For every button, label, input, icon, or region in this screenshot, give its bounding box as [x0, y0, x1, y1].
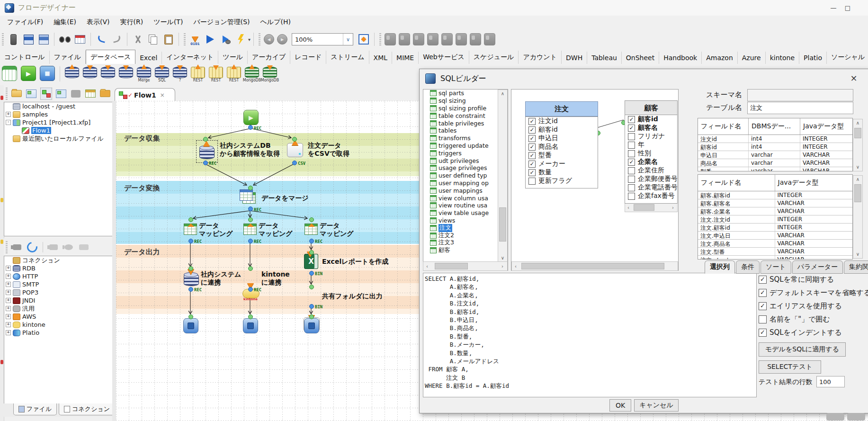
scroll-down-icon[interactable]: ∨	[853, 163, 862, 171]
column-header[interactable]: フィールド名	[698, 175, 775, 191]
palette-tab[interactable]: DWH	[562, 52, 587, 64]
tree-expander[interactable]: +	[6, 282, 11, 287]
palette-tab[interactable]: データベース	[86, 50, 135, 64]
cut-icon[interactable]	[132, 33, 144, 45]
table-tree-item[interactable]: sql parts	[423, 90, 508, 97]
field-row[interactable]: ✓ 数量	[526, 168, 598, 177]
tree-item[interactable]: Flow1	[4, 126, 112, 134]
sql-option-row[interactable]: ✓ SQLをインデントする	[759, 326, 868, 339]
tree-expander[interactable]: +	[6, 330, 11, 335]
ok-button[interactable]: OK	[609, 399, 631, 412]
field-row[interactable]: ✓ 企業住所	[625, 166, 677, 175]
menu-item[interactable]: 表示(V)	[81, 16, 115, 29]
save-as-icon[interactable]	[37, 33, 50, 45]
field-row[interactable]: ✓ 年	[625, 141, 677, 149]
table-component-icon[interactable]	[2, 66, 17, 81]
end-node[interactable]	[183, 318, 198, 333]
palette-component[interactable]	[117, 65, 135, 82]
output-port[interactable]	[248, 287, 253, 292]
flow-tab-close-icon[interactable]: ×	[160, 92, 165, 99]
field-checkbox[interactable]: ✓	[628, 159, 635, 166]
fit-zoom-icon[interactable]	[358, 33, 370, 45]
menu-item[interactable]: ファイル(F)	[2, 16, 48, 29]
palette-tab[interactable]: Handbook	[659, 52, 702, 64]
input-port[interactable]	[292, 137, 297, 142]
column-header[interactable]: Javaデータ型	[775, 175, 852, 191]
table-tree-item[interactable]: 注文3	[423, 239, 508, 247]
field-row[interactable]: ✓ 性別	[625, 149, 677, 158]
forward-icon[interactable]: ▶	[277, 34, 287, 45]
connection-icon[interactable]	[11, 242, 23, 253]
field-row[interactable]: ✓ 注文id	[526, 117, 598, 125]
palette-component[interactable]	[81, 65, 99, 82]
explorer-tab[interactable]: コネクション	[59, 403, 115, 415]
field-checkbox[interactable]: ✓	[528, 143, 536, 151]
quick-run-caret-icon[interactable]: ▾	[248, 37, 251, 42]
field-checkbox[interactable]: ✓	[628, 193, 635, 200]
palette-component[interactable]: Merge	[135, 65, 153, 82]
table-tree-item[interactable]: view table usage	[423, 209, 508, 217]
field-row[interactable]: ✓ 企業fax番号	[625, 192, 677, 200]
input-port[interactable]	[248, 217, 253, 222]
db-sink-node[interactable]	[184, 274, 199, 286]
scroll-down-icon[interactable]: ∨	[853, 251, 862, 258]
open-folder-icon[interactable]	[11, 88, 22, 99]
palette-tab[interactable]: レコード	[290, 51, 326, 64]
output-port[interactable]	[309, 239, 314, 243]
palette-tab[interactable]: コントロール	[0, 51, 50, 64]
output-port[interactable]	[309, 304, 314, 309]
output-port[interactable]	[248, 206, 253, 211]
sql-option-row[interactable]: ✓ SQLを常に同期する	[759, 273, 868, 286]
palette-tab[interactable]: インターネット	[162, 51, 218, 64]
palette-tab[interactable]: MIME	[392, 52, 419, 64]
tree-item[interactable]: 最近開いたローカルファイル	[4, 134, 112, 143]
option-checkbox[interactable]: ✓	[759, 289, 767, 297]
selected-field-row[interactable]: 顧客.企業名 VARCHAR	[698, 207, 852, 215]
tree-expander[interactable]: +	[6, 322, 11, 327]
table-tree-item[interactable]: 顧客	[423, 247, 508, 254]
selected-field-row[interactable]: 注文.申込日 VARCHAR	[698, 232, 852, 240]
palette-component[interactable]: REST	[207, 65, 225, 82]
table-tree-item[interactable]: user mappings	[423, 187, 508, 194]
field-row[interactable]: ✓ 企業電話番号	[625, 183, 677, 192]
builder-tab[interactable]: 条件	[736, 260, 760, 274]
builder-tab[interactable]: 集約関数	[844, 260, 868, 274]
palette-tab[interactable]: アカウント	[519, 51, 562, 64]
menu-item[interactable]: 実行(R)	[115, 16, 149, 29]
tree-expander[interactable]: +	[6, 112, 11, 117]
undo-icon[interactable]	[95, 33, 107, 45]
field-row[interactable]: ✓ フリガナ	[625, 132, 677, 141]
builder-tab[interactable]: 選択列	[705, 260, 735, 274]
field-checkbox[interactable]: ✓	[528, 178, 536, 185]
palette-component[interactable]	[63, 65, 81, 82]
selected-field-row[interactable]: 注文.注文id INTEGER	[698, 215, 852, 224]
table-tree-item[interactable]: triggers	[423, 149, 508, 157]
scroll-down-icon[interactable]: ∨	[498, 254, 507, 262]
field-row[interactable]: ✓ 企業郵便番号	[625, 175, 677, 183]
field-checkbox[interactable]: ✓	[528, 135, 536, 142]
table-tree-item[interactable]: user defined typ	[423, 172, 508, 179]
field-checkbox[interactable]: ✓	[528, 126, 536, 134]
field-checkbox[interactable]: ✓	[528, 118, 536, 125]
scroll-left-icon[interactable]: ‹	[625, 205, 632, 210]
tree-expander[interactable]: +	[6, 266, 11, 271]
toolbox-icon[interactable]	[99, 88, 110, 99]
new-flow-icon[interactable]	[40, 88, 52, 100]
field-row[interactable]: ✓ メーカー	[526, 160, 598, 168]
tree-item[interactable]: + HTTP	[4, 272, 112, 280]
refresh-icon[interactable]	[27, 242, 38, 253]
tree-item[interactable]: + AWS	[4, 313, 112, 321]
sql-preview[interactable]: SELECT A.顧客id, A.顧客名, A.企業名, B.注文id, B.顧…	[423, 273, 757, 397]
sql-option-row[interactable]: ✓ エイリアスを使用する	[759, 299, 868, 313]
field-row[interactable]: ✓ 企業名	[625, 158, 677, 166]
table-tree-item[interactable]: sql sizing profile	[423, 105, 508, 112]
palette-tab[interactable]: XML	[369, 52, 392, 64]
field-row[interactable]: ✓ 顧客id	[625, 115, 677, 124]
field-row[interactable]: ✓ 申込日	[526, 134, 598, 143]
start-node[interactable]: ▶	[243, 110, 259, 125]
toolbar-grip[interactable]	[2, 33, 4, 45]
stop-component-icon[interactable]: ■	[40, 66, 55, 81]
scroll-thumb[interactable]	[499, 207, 506, 242]
palette-tab[interactable]: Amazon	[702, 52, 738, 64]
tree-expander[interactable]: +	[6, 306, 11, 311]
